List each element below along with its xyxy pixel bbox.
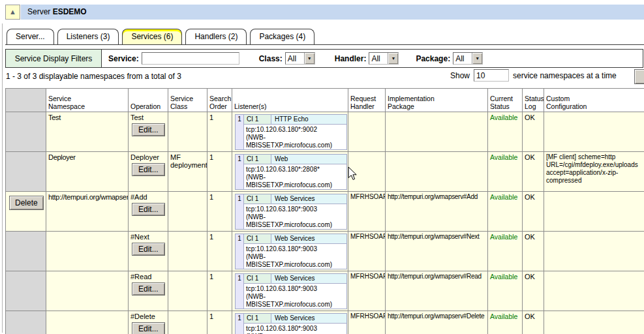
listener-address: tcp:10.120.63.180*:9002 [246,126,346,134]
custom-configuration-cell [544,232,644,271]
listener-address: tcp:10.120.63.180*:2808* [246,166,346,174]
server-name: ESDEMO [53,7,87,16]
search-order-cell: 1 [207,271,232,311]
col-header-implementation-package: Implementation Package [386,89,488,112]
edit-operation-button[interactable]: Edit... [132,163,165,176]
tab-packages[interactable]: Packages (4) [250,29,314,44]
listener-name: Web Services [271,194,346,204]
listener-name: Web Services [271,234,346,243]
listener-box: 1 CI 1 Web Services tcp:10.120.63.180*:9… [235,313,347,334]
col-header-status-log: Status Log [523,89,544,112]
status-log-cell: OK [523,152,544,192]
listener-name: Web Services [271,314,346,323]
col-header-current-status: Current Status [488,89,523,112]
row-action-cell [6,152,46,192]
edit-operation-button[interactable]: Edit... [132,322,165,334]
operation-name: #Next [130,233,166,241]
tab-listeners[interactable]: Listeners (3) [57,29,119,44]
col-header-listeners: Listener(s) [232,89,348,112]
edit-operation-button[interactable]: Edit... [132,203,165,216]
show-count-controls: Show service namespaces at a time [450,69,617,82]
search-order-cell: 1 [207,192,232,232]
class-filter-select[interactable]: All ▼ [285,52,315,65]
operation-cell: Test Edit... [129,112,168,152]
listeners-cell: 1 CI 1 HTTP Echo tcp:10.120.63.180*:9002… [232,112,348,152]
results-summary: 1 - 3 of 3 displayable namespaces from a… [6,72,181,81]
listener-host: (NWB-MBISSETXP.microfocus.com) [246,213,346,229]
listener-box: 1 CI 1 HTTP Echo tcp:10.120.63.180*:9002… [235,114,347,150]
tab-server[interactable]: Server... [7,29,54,44]
listener-address: tcp:10.120.63.180*:9003 [246,245,346,253]
operation-cell: Deployer Edit... [129,152,168,192]
listener-index: 1 [236,314,244,334]
implementation-package-cell: http://tempuri.org/wmapserv#Add [386,192,488,232]
package-filter-value: All [453,53,472,64]
operation-name: Test [130,114,166,121]
server-services-page: ▲ Server ESDEMO Server... Listeners (3) … [0,0,644,334]
chevron-down-icon: ▼ [304,53,314,64]
implementation-package-cell [386,152,488,192]
request-handler-cell: MFRHSOAP [348,232,386,271]
col-header-custom-configuration: Custom Configuration [544,89,644,112]
package-filter-label: Package: [416,54,450,63]
edit-operation-button[interactable]: Edit... [132,282,165,296]
delete-namespace-button[interactable]: Delete [9,196,44,210]
listener-name: Web Services [271,274,346,283]
edit-operation-button[interactable]: Edit... [132,243,165,256]
edit-operation-button[interactable]: Edit... [132,123,165,136]
search-order-cell: 1 [207,112,232,152]
class-filter-value: All [286,53,304,64]
services-table: Service Namespace Operation Service Clas… [5,88,644,334]
chevron-down-icon: ▼ [472,53,482,64]
handler-filter-label: Handler: [335,54,367,63]
listener-host: (NWB-MBISSETXP.microfocus.com) [246,134,346,149]
listener-host: (NWB-MBISSETXP.microfocus.com) [246,253,346,269]
service-namespace-cell [46,271,129,311]
service-class-cell [168,311,207,334]
request-handler-cell: MFRHSOAP [348,311,386,334]
collapse-panel-button[interactable]: ▲ [5,5,20,20]
custom-configuration-cell [544,271,644,311]
tab-services[interactable]: Services (6) [122,29,182,44]
service-filter-input[interactable] [142,52,239,65]
service-filter-label: Service: [108,54,139,63]
server-title-bar: Server ESDEMO [21,5,644,20]
status-log-cell: OK [523,271,544,311]
show-count-input[interactable] [474,69,509,82]
triangle-up-icon: ▲ [9,8,16,16]
search-order-cell: 1 [207,152,232,192]
chevron-down-icon: ▼ [388,53,398,64]
search-order-cell: 1 [207,311,232,334]
operation-cell: #Next Edit... [129,232,168,271]
current-status-cell: Available [488,112,523,152]
listener-index: 1 [236,194,244,229]
handler-filter-select[interactable]: All ▼ [369,52,399,65]
tab-handlers[interactable]: Handlers (2) [185,29,247,44]
request-handler-cell [348,112,386,152]
service-namespace-cell [46,311,129,334]
show-suffix-label: service namespaces at a time [513,71,617,80]
status-log-cell: OK [523,112,544,152]
custom-configuration-cell [544,311,644,334]
service-class-cell [168,271,207,311]
next-page-button[interactable] [634,69,644,84]
tab-bar: Server... Listeners (3) Services (6) Han… [5,29,644,45]
package-filter-select[interactable]: All ▼ [453,52,483,65]
listener-box: 1 CI 1 Web Services tcp:10.120.63.180*:9… [235,273,347,309]
listener-address: tcp:10.120.63.180*:9003 [246,325,346,333]
current-status-cell: Available [488,311,523,334]
handler-filter-value: All [369,53,388,64]
services-table-area: Service Namespace Operation Service Clas… [5,88,644,334]
operation-cell: #Add Edit... [129,192,168,232]
col-header-request-handler: Request Handler [348,89,386,112]
service-namespace-cell: Deployer [46,152,129,192]
listener-host: (NWB-MBISSETXP.microfocus.com) [246,293,346,309]
service-class-cell: MF deployment [168,152,207,192]
listeners-cell: 1 CI 1 Web Services tcp:10.120.63.180*:9… [232,271,348,311]
service-row-wmapserv-read: #Read Edit... 1 1 CI 1 Web Services [6,271,644,311]
listener-name: Web [271,155,346,164]
service-row-wmapserv-next: #Next Edit... 1 1 CI 1 Web Services [6,232,644,271]
col-header-service-class: Service Class [168,89,207,112]
custom-configuration-cell: [MF client] scheme=http URL=/cgi/mfdeplo… [544,152,644,192]
listener-conversation: CI 1 [244,194,271,204]
